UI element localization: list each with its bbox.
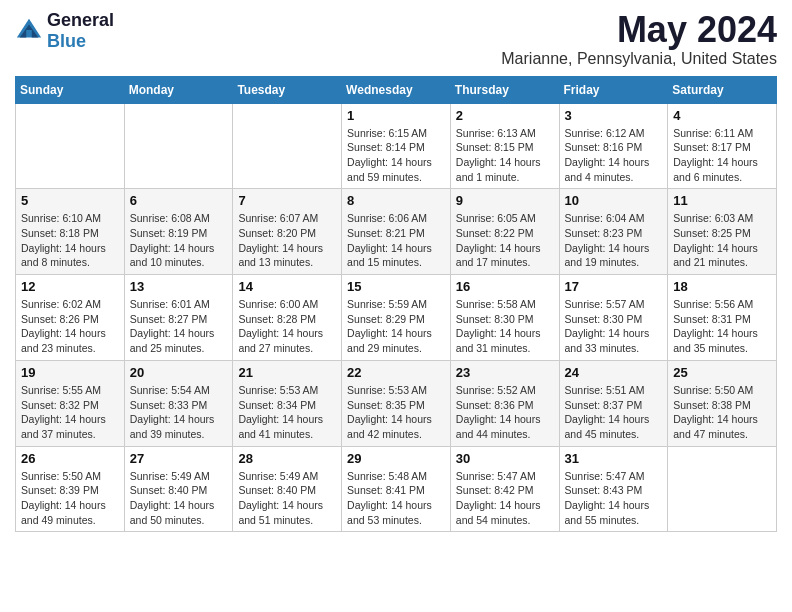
logo: General Blue — [15, 10, 114, 52]
calendar-cell: 29Sunrise: 5:48 AMSunset: 8:41 PMDayligh… — [342, 446, 451, 532]
day-number: 19 — [21, 365, 119, 380]
day-info: Sunrise: 5:51 AMSunset: 8:37 PMDaylight:… — [565, 383, 663, 442]
day-number: 3 — [565, 108, 663, 123]
day-number: 13 — [130, 279, 228, 294]
weekday-header-thursday: Thursday — [450, 76, 559, 103]
day-info: Sunrise: 6:07 AMSunset: 8:20 PMDaylight:… — [238, 211, 336, 270]
day-number: 7 — [238, 193, 336, 208]
calendar-cell: 20Sunrise: 5:54 AMSunset: 8:33 PMDayligh… — [124, 360, 233, 446]
day-info: Sunrise: 6:01 AMSunset: 8:27 PMDaylight:… — [130, 297, 228, 356]
logo-icon — [15, 17, 43, 45]
calendar-cell: 18Sunrise: 5:56 AMSunset: 8:31 PMDayligh… — [668, 275, 777, 361]
day-info: Sunrise: 6:12 AMSunset: 8:16 PMDaylight:… — [565, 126, 663, 185]
weekday-header-tuesday: Tuesday — [233, 76, 342, 103]
day-info: Sunrise: 5:52 AMSunset: 8:36 PMDaylight:… — [456, 383, 554, 442]
calendar-cell: 14Sunrise: 6:00 AMSunset: 8:28 PMDayligh… — [233, 275, 342, 361]
calendar-cell: 1Sunrise: 6:15 AMSunset: 8:14 PMDaylight… — [342, 103, 451, 189]
calendar-cell: 7Sunrise: 6:07 AMSunset: 8:20 PMDaylight… — [233, 189, 342, 275]
calendar-cell: 10Sunrise: 6:04 AMSunset: 8:23 PMDayligh… — [559, 189, 668, 275]
day-number: 26 — [21, 451, 119, 466]
weekday-header-sunday: Sunday — [16, 76, 125, 103]
day-info: Sunrise: 6:00 AMSunset: 8:28 PMDaylight:… — [238, 297, 336, 356]
day-info: Sunrise: 6:06 AMSunset: 8:21 PMDaylight:… — [347, 211, 445, 270]
calendar-cell: 3Sunrise: 6:12 AMSunset: 8:16 PMDaylight… — [559, 103, 668, 189]
day-info: Sunrise: 6:15 AMSunset: 8:14 PMDaylight:… — [347, 126, 445, 185]
calendar-cell: 22Sunrise: 5:53 AMSunset: 8:35 PMDayligh… — [342, 360, 451, 446]
day-number: 29 — [347, 451, 445, 466]
calendar-cell: 5Sunrise: 6:10 AMSunset: 8:18 PMDaylight… — [16, 189, 125, 275]
weekday-header-wednesday: Wednesday — [342, 76, 451, 103]
calendar-cell: 17Sunrise: 5:57 AMSunset: 8:30 PMDayligh… — [559, 275, 668, 361]
calendar-cell: 24Sunrise: 5:51 AMSunset: 8:37 PMDayligh… — [559, 360, 668, 446]
day-number: 12 — [21, 279, 119, 294]
calendar-cell: 25Sunrise: 5:50 AMSunset: 8:38 PMDayligh… — [668, 360, 777, 446]
day-info: Sunrise: 5:50 AMSunset: 8:38 PMDaylight:… — [673, 383, 771, 442]
day-info: Sunrise: 5:47 AMSunset: 8:42 PMDaylight:… — [456, 469, 554, 528]
day-number: 30 — [456, 451, 554, 466]
week-row-4: 19Sunrise: 5:55 AMSunset: 8:32 PMDayligh… — [16, 360, 777, 446]
day-number: 16 — [456, 279, 554, 294]
weekday-header-friday: Friday — [559, 76, 668, 103]
logo-blue: Blue — [47, 31, 86, 51]
day-number: 28 — [238, 451, 336, 466]
day-info: Sunrise: 5:49 AMSunset: 8:40 PMDaylight:… — [238, 469, 336, 528]
calendar-table: SundayMondayTuesdayWednesdayThursdayFrid… — [15, 76, 777, 533]
day-info: Sunrise: 6:13 AMSunset: 8:15 PMDaylight:… — [456, 126, 554, 185]
day-number: 5 — [21, 193, 119, 208]
calendar-cell: 27Sunrise: 5:49 AMSunset: 8:40 PMDayligh… — [124, 446, 233, 532]
calendar-cell — [124, 103, 233, 189]
day-info: Sunrise: 6:02 AMSunset: 8:26 PMDaylight:… — [21, 297, 119, 356]
day-number: 10 — [565, 193, 663, 208]
day-info: Sunrise: 6:05 AMSunset: 8:22 PMDaylight:… — [456, 211, 554, 270]
calendar-cell: 13Sunrise: 6:01 AMSunset: 8:27 PMDayligh… — [124, 275, 233, 361]
day-info: Sunrise: 5:49 AMSunset: 8:40 PMDaylight:… — [130, 469, 228, 528]
weekday-header-saturday: Saturday — [668, 76, 777, 103]
calendar-cell: 16Sunrise: 5:58 AMSunset: 8:30 PMDayligh… — [450, 275, 559, 361]
calendar-cell: 23Sunrise: 5:52 AMSunset: 8:36 PMDayligh… — [450, 360, 559, 446]
day-number: 4 — [673, 108, 771, 123]
day-info: Sunrise: 5:56 AMSunset: 8:31 PMDaylight:… — [673, 297, 771, 356]
calendar-cell: 11Sunrise: 6:03 AMSunset: 8:25 PMDayligh… — [668, 189, 777, 275]
day-number: 15 — [347, 279, 445, 294]
day-info: Sunrise: 5:53 AMSunset: 8:34 PMDaylight:… — [238, 383, 336, 442]
calendar-cell: 2Sunrise: 6:13 AMSunset: 8:15 PMDaylight… — [450, 103, 559, 189]
week-row-5: 26Sunrise: 5:50 AMSunset: 8:39 PMDayligh… — [16, 446, 777, 532]
day-number: 2 — [456, 108, 554, 123]
calendar-cell: 31Sunrise: 5:47 AMSunset: 8:43 PMDayligh… — [559, 446, 668, 532]
day-info: Sunrise: 5:54 AMSunset: 8:33 PMDaylight:… — [130, 383, 228, 442]
calendar-cell: 15Sunrise: 5:59 AMSunset: 8:29 PMDayligh… — [342, 275, 451, 361]
calendar-cell: 30Sunrise: 5:47 AMSunset: 8:42 PMDayligh… — [450, 446, 559, 532]
day-info: Sunrise: 5:58 AMSunset: 8:30 PMDaylight:… — [456, 297, 554, 356]
day-info: Sunrise: 5:59 AMSunset: 8:29 PMDaylight:… — [347, 297, 445, 356]
day-number: 9 — [456, 193, 554, 208]
day-number: 8 — [347, 193, 445, 208]
location-title: Marianne, Pennsylvania, United States — [501, 50, 777, 68]
day-number: 1 — [347, 108, 445, 123]
week-row-1: 1Sunrise: 6:15 AMSunset: 8:14 PMDaylight… — [16, 103, 777, 189]
calendar-cell: 4Sunrise: 6:11 AMSunset: 8:17 PMDaylight… — [668, 103, 777, 189]
calendar-cell — [16, 103, 125, 189]
day-number: 6 — [130, 193, 228, 208]
day-number: 17 — [565, 279, 663, 294]
day-info: Sunrise: 6:08 AMSunset: 8:19 PMDaylight:… — [130, 211, 228, 270]
day-info: Sunrise: 6:11 AMSunset: 8:17 PMDaylight:… — [673, 126, 771, 185]
day-info: Sunrise: 5:50 AMSunset: 8:39 PMDaylight:… — [21, 469, 119, 528]
day-number: 20 — [130, 365, 228, 380]
day-info: Sunrise: 5:47 AMSunset: 8:43 PMDaylight:… — [565, 469, 663, 528]
day-number: 22 — [347, 365, 445, 380]
day-number: 18 — [673, 279, 771, 294]
calendar-cell: 6Sunrise: 6:08 AMSunset: 8:19 PMDaylight… — [124, 189, 233, 275]
day-number: 21 — [238, 365, 336, 380]
day-info: Sunrise: 6:10 AMSunset: 8:18 PMDaylight:… — [21, 211, 119, 270]
calendar-cell: 19Sunrise: 5:55 AMSunset: 8:32 PMDayligh… — [16, 360, 125, 446]
month-title: May 2024 — [501, 10, 777, 50]
day-info: Sunrise: 5:53 AMSunset: 8:35 PMDaylight:… — [347, 383, 445, 442]
calendar-cell: 28Sunrise: 5:49 AMSunset: 8:40 PMDayligh… — [233, 446, 342, 532]
week-row-2: 5Sunrise: 6:10 AMSunset: 8:18 PMDaylight… — [16, 189, 777, 275]
day-number: 25 — [673, 365, 771, 380]
calendar-cell: 8Sunrise: 6:06 AMSunset: 8:21 PMDaylight… — [342, 189, 451, 275]
day-number: 31 — [565, 451, 663, 466]
day-info: Sunrise: 5:55 AMSunset: 8:32 PMDaylight:… — [21, 383, 119, 442]
header: General Blue May 2024 Marianne, Pennsylv… — [15, 10, 777, 68]
calendar-cell — [668, 446, 777, 532]
